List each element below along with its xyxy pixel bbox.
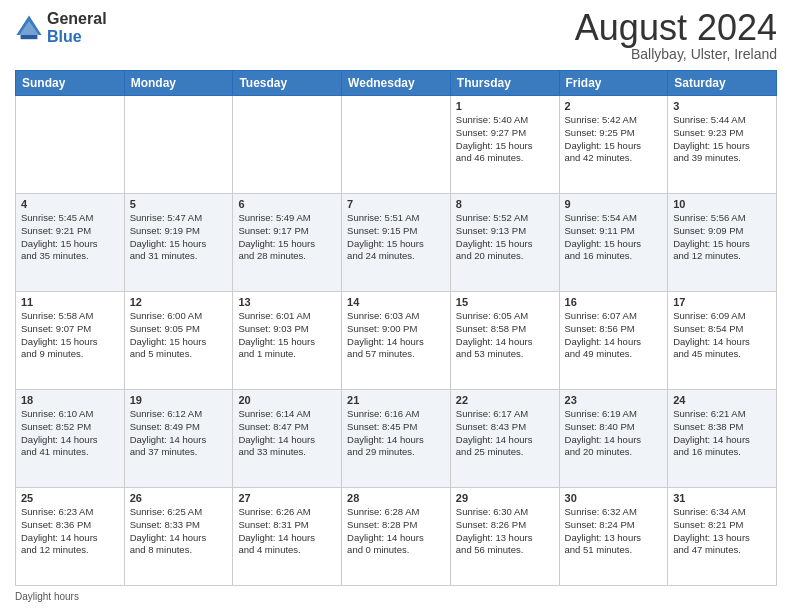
day-number: 6 <box>238 198 336 210</box>
day-number: 23 <box>565 394 663 406</box>
day-info: Sunrise: 6:12 AM Sunset: 8:49 PM Dayligh… <box>130 408 228 459</box>
day-number: 16 <box>565 296 663 308</box>
day-number: 13 <box>238 296 336 308</box>
day-number: 26 <box>130 492 228 504</box>
calendar-table: Sunday Monday Tuesday Wednesday Thursday… <box>15 70 777 586</box>
calendar-cell: 11Sunrise: 5:58 AM Sunset: 9:07 PM Dayli… <box>16 292 125 390</box>
day-info: Sunrise: 5:45 AM Sunset: 9:21 PM Dayligh… <box>21 212 119 263</box>
day-info: Sunrise: 6:00 AM Sunset: 9:05 PM Dayligh… <box>130 310 228 361</box>
day-number: 28 <box>347 492 445 504</box>
calendar-cell: 1Sunrise: 5:40 AM Sunset: 9:27 PM Daylig… <box>450 96 559 194</box>
calendar-week-2: 4Sunrise: 5:45 AM Sunset: 9:21 PM Daylig… <box>16 194 777 292</box>
day-number: 7 <box>347 198 445 210</box>
logo-text: General Blue <box>47 10 107 45</box>
day-info: Sunrise: 6:19 AM Sunset: 8:40 PM Dayligh… <box>565 408 663 459</box>
daylight-hours-label: Daylight hours <box>15 591 79 602</box>
calendar-cell <box>342 96 451 194</box>
location: Ballybay, Ulster, Ireland <box>575 46 777 62</box>
day-number: 2 <box>565 100 663 112</box>
day-info: Sunrise: 5:54 AM Sunset: 9:11 PM Dayligh… <box>565 212 663 263</box>
calendar-cell: 21Sunrise: 6:16 AM Sunset: 8:45 PM Dayli… <box>342 390 451 488</box>
header: General Blue August 2024 Ballybay, Ulste… <box>15 10 777 62</box>
day-info: Sunrise: 6:26 AM Sunset: 8:31 PM Dayligh… <box>238 506 336 557</box>
calendar-cell: 30Sunrise: 6:32 AM Sunset: 8:24 PM Dayli… <box>559 488 668 586</box>
calendar-cell: 2Sunrise: 5:42 AM Sunset: 9:25 PM Daylig… <box>559 96 668 194</box>
calendar-cell: 6Sunrise: 5:49 AM Sunset: 9:17 PM Daylig… <box>233 194 342 292</box>
calendar-cell: 23Sunrise: 6:19 AM Sunset: 8:40 PM Dayli… <box>559 390 668 488</box>
day-info: Sunrise: 5:49 AM Sunset: 9:17 PM Dayligh… <box>238 212 336 263</box>
day-info: Sunrise: 5:56 AM Sunset: 9:09 PM Dayligh… <box>673 212 771 263</box>
day-info: Sunrise: 6:07 AM Sunset: 8:56 PM Dayligh… <box>565 310 663 361</box>
calendar-cell: 18Sunrise: 6:10 AM Sunset: 8:52 PM Dayli… <box>16 390 125 488</box>
day-info: Sunrise: 5:42 AM Sunset: 9:25 PM Dayligh… <box>565 114 663 165</box>
day-info: Sunrise: 6:28 AM Sunset: 8:28 PM Dayligh… <box>347 506 445 557</box>
title-section: August 2024 Ballybay, Ulster, Ireland <box>575 10 777 62</box>
svg-rect-2 <box>21 35 38 39</box>
day-number: 17 <box>673 296 771 308</box>
day-number: 4 <box>21 198 119 210</box>
calendar-cell: 13Sunrise: 6:01 AM Sunset: 9:03 PM Dayli… <box>233 292 342 390</box>
day-info: Sunrise: 5:40 AM Sunset: 9:27 PM Dayligh… <box>456 114 554 165</box>
day-info: Sunrise: 6:10 AM Sunset: 8:52 PM Dayligh… <box>21 408 119 459</box>
day-number: 25 <box>21 492 119 504</box>
day-info: Sunrise: 6:01 AM Sunset: 9:03 PM Dayligh… <box>238 310 336 361</box>
calendar-cell: 4Sunrise: 5:45 AM Sunset: 9:21 PM Daylig… <box>16 194 125 292</box>
col-thursday: Thursday <box>450 71 559 96</box>
day-number: 8 <box>456 198 554 210</box>
calendar-cell: 28Sunrise: 6:28 AM Sunset: 8:28 PM Dayli… <box>342 488 451 586</box>
calendar-header-row: Sunday Monday Tuesday Wednesday Thursday… <box>16 71 777 96</box>
calendar-cell: 14Sunrise: 6:03 AM Sunset: 9:00 PM Dayli… <box>342 292 451 390</box>
calendar-cell <box>124 96 233 194</box>
page: General Blue August 2024 Ballybay, Ulste… <box>0 0 792 612</box>
calendar-cell: 9Sunrise: 5:54 AM Sunset: 9:11 PM Daylig… <box>559 194 668 292</box>
col-monday: Monday <box>124 71 233 96</box>
calendar-cell: 15Sunrise: 6:05 AM Sunset: 8:58 PM Dayli… <box>450 292 559 390</box>
calendar-cell: 7Sunrise: 5:51 AM Sunset: 9:15 PM Daylig… <box>342 194 451 292</box>
day-number: 21 <box>347 394 445 406</box>
day-number: 22 <box>456 394 554 406</box>
day-number: 10 <box>673 198 771 210</box>
logo-general: General <box>47 10 107 28</box>
day-number: 31 <box>673 492 771 504</box>
day-info: Sunrise: 5:44 AM Sunset: 9:23 PM Dayligh… <box>673 114 771 165</box>
logo-blue: Blue <box>47 28 107 46</box>
calendar-cell: 17Sunrise: 6:09 AM Sunset: 8:54 PM Dayli… <box>668 292 777 390</box>
month-title: August 2024 <box>575 10 777 46</box>
day-info: Sunrise: 6:05 AM Sunset: 8:58 PM Dayligh… <box>456 310 554 361</box>
calendar-cell: 20Sunrise: 6:14 AM Sunset: 8:47 PM Dayli… <box>233 390 342 488</box>
calendar-cell <box>233 96 342 194</box>
col-tuesday: Tuesday <box>233 71 342 96</box>
day-info: Sunrise: 5:52 AM Sunset: 9:13 PM Dayligh… <box>456 212 554 263</box>
calendar-cell: 24Sunrise: 6:21 AM Sunset: 8:38 PM Dayli… <box>668 390 777 488</box>
day-number: 24 <box>673 394 771 406</box>
day-number: 1 <box>456 100 554 112</box>
day-number: 9 <box>565 198 663 210</box>
day-number: 30 <box>565 492 663 504</box>
day-info: Sunrise: 6:23 AM Sunset: 8:36 PM Dayligh… <box>21 506 119 557</box>
calendar-week-4: 18Sunrise: 6:10 AM Sunset: 8:52 PM Dayli… <box>16 390 777 488</box>
day-number: 20 <box>238 394 336 406</box>
day-info: Sunrise: 6:17 AM Sunset: 8:43 PM Dayligh… <box>456 408 554 459</box>
logo-icon <box>15 14 43 42</box>
calendar-cell: 19Sunrise: 6:12 AM Sunset: 8:49 PM Dayli… <box>124 390 233 488</box>
calendar-cell <box>16 96 125 194</box>
day-number: 14 <box>347 296 445 308</box>
calendar-week-5: 25Sunrise: 6:23 AM Sunset: 8:36 PM Dayli… <box>16 488 777 586</box>
col-saturday: Saturday <box>668 71 777 96</box>
calendar-cell: 27Sunrise: 6:26 AM Sunset: 8:31 PM Dayli… <box>233 488 342 586</box>
day-info: Sunrise: 6:32 AM Sunset: 8:24 PM Dayligh… <box>565 506 663 557</box>
day-info: Sunrise: 5:58 AM Sunset: 9:07 PM Dayligh… <box>21 310 119 361</box>
day-number: 19 <box>130 394 228 406</box>
footer: Daylight hours <box>15 591 777 602</box>
calendar-cell: 26Sunrise: 6:25 AM Sunset: 8:33 PM Dayli… <box>124 488 233 586</box>
calendar-week-1: 1Sunrise: 5:40 AM Sunset: 9:27 PM Daylig… <box>16 96 777 194</box>
day-info: Sunrise: 6:03 AM Sunset: 9:00 PM Dayligh… <box>347 310 445 361</box>
col-sunday: Sunday <box>16 71 125 96</box>
day-info: Sunrise: 6:21 AM Sunset: 8:38 PM Dayligh… <box>673 408 771 459</box>
calendar-cell: 5Sunrise: 5:47 AM Sunset: 9:19 PM Daylig… <box>124 194 233 292</box>
day-info: Sunrise: 6:34 AM Sunset: 8:21 PM Dayligh… <box>673 506 771 557</box>
day-number: 5 <box>130 198 228 210</box>
day-info: Sunrise: 6:09 AM Sunset: 8:54 PM Dayligh… <box>673 310 771 361</box>
calendar-cell: 22Sunrise: 6:17 AM Sunset: 8:43 PM Dayli… <box>450 390 559 488</box>
day-number: 27 <box>238 492 336 504</box>
